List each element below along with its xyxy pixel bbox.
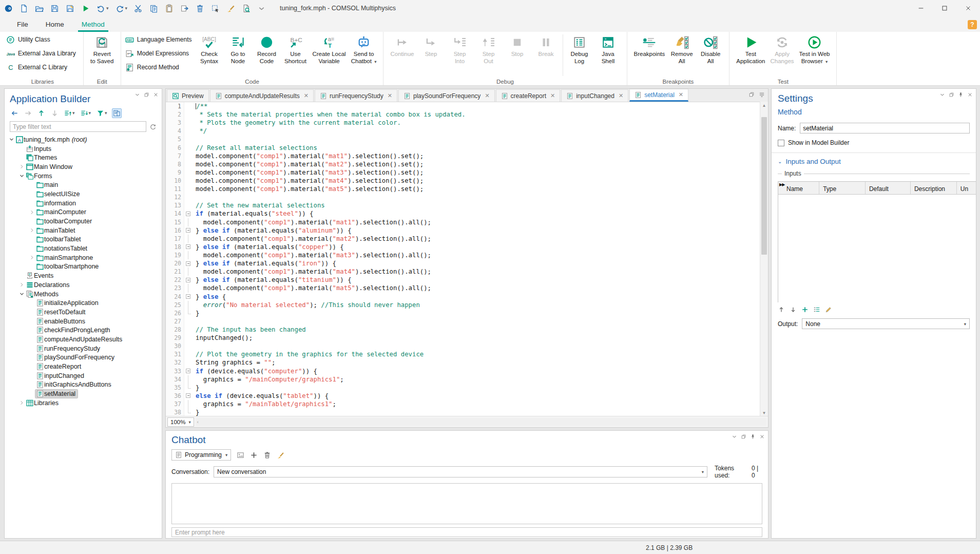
line-number[interactable]: 32 bbox=[166, 358, 184, 367]
edit-row-icon[interactable] bbox=[825, 306, 832, 313]
brush-icon[interactable] bbox=[277, 451, 284, 459]
line-number[interactable]: 28 bbox=[166, 326, 184, 334]
close-tab-icon[interactable]: ✕ bbox=[304, 92, 309, 99]
close-icon[interactable] bbox=[153, 92, 159, 98]
line-number[interactable]: 10 bbox=[166, 177, 184, 185]
delete-icon-button[interactable] bbox=[196, 4, 204, 13]
comsol-logo-button[interactable] bbox=[4, 4, 13, 13]
line-number[interactable]: 37 bbox=[166, 400, 184, 408]
tabs-menu-icon[interactable] bbox=[759, 91, 765, 98]
expand-tree-button[interactable]: ▾ bbox=[63, 108, 76, 118]
editor-tab-playsoundforfrequency[interactable]: playSoundForFrequency✕ bbox=[398, 89, 495, 102]
debug-log-button[interactable]: DebugLog bbox=[565, 33, 594, 66]
external-c-library-button[interactable]: CExternal C Library bbox=[6, 61, 76, 73]
go-to-node-button[interactable]: Go toNode bbox=[223, 33, 252, 66]
add-row-icon[interactable] bbox=[801, 306, 809, 313]
move-up-button[interactable] bbox=[36, 108, 46, 118]
cut-icon-button[interactable] bbox=[134, 4, 143, 13]
line-number[interactable]: 22 bbox=[166, 276, 184, 284]
line-number[interactable]: 19 bbox=[166, 251, 184, 259]
tree-item-initgraphicsandbuttons[interactable]: initGraphicsAndButtons bbox=[5, 380, 162, 390]
line-number[interactable]: 24 bbox=[166, 293, 184, 301]
code-line[interactable]: 6// Reset all material selections bbox=[166, 144, 768, 152]
tree-item-information[interactable]: information bbox=[5, 199, 162, 208]
chevron-down-icon[interactable] bbox=[732, 434, 737, 440]
create-local-variable-button[interactable]: a=TCreate LocalVariable bbox=[310, 33, 348, 66]
column-header-un[interactable]: Un bbox=[957, 182, 976, 194]
close-tab-icon[interactable]: ✕ bbox=[619, 92, 623, 99]
chevron-down-icon[interactable] bbox=[134, 92, 140, 98]
line-number[interactable]: 18 bbox=[166, 243, 184, 251]
editor-tab-createreport[interactable]: createReport✕ bbox=[496, 89, 561, 102]
filter-button[interactable]: ▾ bbox=[95, 108, 108, 118]
record-method-button[interactable]: Record Method bbox=[125, 61, 192, 73]
scroll-up-icon[interactable]: ▲ bbox=[760, 102, 768, 109]
float-icon[interactable] bbox=[741, 434, 746, 440]
revert-to-saved-button[interactable]: Revertto Saved bbox=[88, 33, 117, 66]
line-number[interactable]: 4 bbox=[166, 127, 184, 135]
line-number[interactable]: 21 bbox=[166, 268, 184, 276]
tree-item-inputs[interactable]: Inputs bbox=[5, 144, 162, 154]
line-number[interactable]: 34 bbox=[166, 375, 184, 384]
chevron-collapsed-icon[interactable] bbox=[18, 399, 25, 407]
code-line[interactable]: 5 bbox=[166, 135, 768, 143]
line-number[interactable]: 14 bbox=[166, 209, 184, 218]
tree-item-playsoundforfrequency[interactable]: playSoundForFrequency bbox=[5, 353, 162, 362]
filter-input[interactable] bbox=[10, 121, 146, 132]
inputs-table[interactable]: ▶▶ NameTypeDefaultDescriptionUn bbox=[778, 181, 976, 302]
line-number[interactable]: 26 bbox=[166, 309, 184, 317]
code-line[interactable]: 12 bbox=[166, 193, 768, 201]
image-icon[interactable] bbox=[237, 451, 244, 459]
paste-icon-button[interactable] bbox=[165, 4, 174, 13]
close-tab-icon[interactable]: ✕ bbox=[485, 92, 489, 99]
line-number[interactable]: 23 bbox=[166, 284, 184, 292]
code-line[interactable]: 20} else if (material.equals("iron")) { bbox=[166, 259, 768, 268]
close-icon[interactable] bbox=[759, 434, 765, 440]
tree-item-declarations[interactable]: Declarations bbox=[5, 280, 162, 290]
fold-toggle-icon[interactable] bbox=[184, 293, 192, 301]
code-line[interactable]: 14if (material.equals("steel")) { bbox=[166, 209, 768, 218]
help-icon[interactable]: ? bbox=[968, 20, 977, 29]
code-line[interactable]: 7model.component("comp1").material("mat1… bbox=[166, 152, 768, 160]
fold-toggle-icon[interactable] bbox=[184, 259, 192, 268]
line-number[interactable]: 2 bbox=[166, 110, 184, 119]
float-icon[interactable] bbox=[144, 92, 149, 98]
fold-toggle-icon[interactable] bbox=[184, 243, 192, 251]
tree-item-inputchanged[interactable]: inputChanged bbox=[5, 371, 162, 380]
line-number[interactable]: 6 bbox=[166, 144, 184, 152]
scroll-down-icon[interactable]: ▼ bbox=[760, 409, 768, 416]
tree-item-runfrequencystudy[interactable]: runFrequencyStudy bbox=[5, 344, 162, 353]
model-expressions-button[interactable]: a=Model Expressions bbox=[125, 47, 192, 60]
tree-item-themes[interactable]: Themes bbox=[5, 153, 162, 162]
zoom-level-dropdown[interactable]: 100% ▾ bbox=[167, 417, 194, 427]
code-line[interactable]: 17 model.component("comp1").material("ma… bbox=[166, 235, 768, 243]
code-line[interactable]: 1/** bbox=[166, 102, 768, 110]
code-line[interactable]: 25 error("No material selected"); //This… bbox=[166, 301, 768, 309]
chevron-collapsed-icon[interactable] bbox=[18, 163, 25, 170]
line-number[interactable]: 29 bbox=[166, 334, 184, 342]
code-line[interactable]: 21 model.component("comp1").material("ma… bbox=[166, 268, 768, 276]
code-line[interactable]: 3 * Plots the geometry with the current … bbox=[166, 119, 768, 127]
line-number[interactable]: 1 bbox=[166, 102, 184, 110]
utility-class-button[interactable]: Utility Class bbox=[6, 33, 76, 46]
forward-button[interactable] bbox=[23, 108, 33, 118]
tree-item-events[interactable]: Events bbox=[5, 271, 162, 280]
code-line[interactable]: 10model.component("comp1").material("mat… bbox=[166, 177, 768, 185]
line-number[interactable]: 33 bbox=[166, 367, 184, 375]
show-in-model-builder-checkbox[interactable] bbox=[778, 140, 784, 146]
collapse-tree-button[interactable]: ▾ bbox=[80, 108, 92, 118]
line-number[interactable]: 16 bbox=[166, 226, 184, 235]
pin-icon[interactable] bbox=[750, 434, 756, 440]
save-icon-button[interactable] bbox=[50, 4, 59, 13]
scrollbar-thumb[interactable] bbox=[761, 117, 767, 255]
line-number[interactable]: 38 bbox=[166, 408, 184, 416]
select-region-icon-button[interactable] bbox=[211, 4, 220, 13]
toolbar-options-icon-button[interactable] bbox=[257, 4, 266, 13]
tree-item-computeandupdateresults[interactable]: computeAndUpdateResults bbox=[5, 335, 162, 344]
tree-item-toolbarsmartphone[interactable]: toolbarSmartphone bbox=[5, 262, 162, 272]
tree-item-setmaterial[interactable]: setMaterial bbox=[5, 389, 162, 398]
disable-all-button[interactable]: DisableAll bbox=[696, 33, 725, 66]
editor-tab-computeandupdateresults[interactable]: computeAndUpdateResults✕ bbox=[210, 89, 314, 102]
close-tab-icon[interactable]: ✕ bbox=[550, 92, 555, 99]
line-number[interactable]: 8 bbox=[166, 160, 184, 168]
